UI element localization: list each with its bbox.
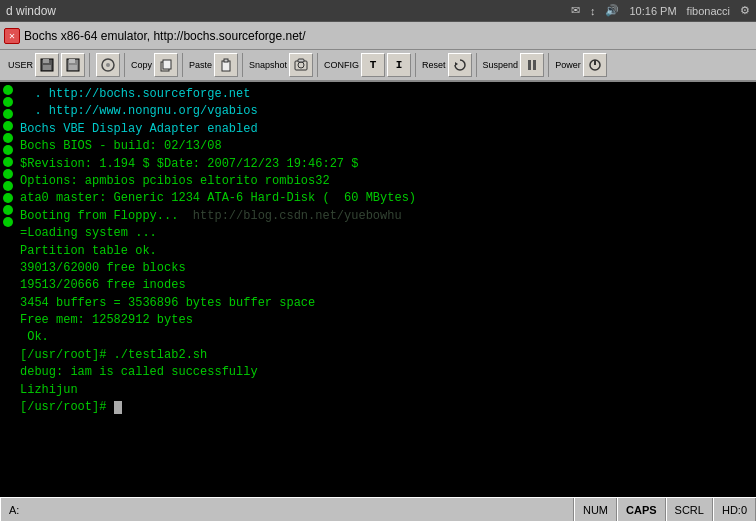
led-7 bbox=[3, 157, 13, 167]
toolbar-config-section: CONFIG T I bbox=[320, 53, 416, 77]
led-5 bbox=[3, 133, 13, 143]
led-8 bbox=[3, 169, 13, 179]
status-num: NUM bbox=[574, 498, 617, 521]
suspend-label: Suspend bbox=[483, 60, 519, 70]
terminal-line: Bochs VBE Display Adapter enabled bbox=[20, 121, 752, 138]
terminal-line: Ok. bbox=[20, 329, 752, 346]
led-12 bbox=[3, 217, 13, 227]
app-title: Bochs x86-64 emulator, http://bochs.sour… bbox=[24, 29, 752, 43]
toolbar-suspend-section: Suspend bbox=[479, 53, 550, 77]
led-6 bbox=[3, 145, 13, 155]
power-button[interactable] bbox=[583, 53, 607, 77]
led-3 bbox=[3, 109, 13, 119]
terminal-line: [/usr/root]# bbox=[20, 399, 752, 416]
toolbar-snapshot-section: Snapshot bbox=[245, 53, 318, 77]
svg-rect-17 bbox=[533, 60, 536, 70]
toolbar-cd-section bbox=[92, 53, 125, 77]
terminal-line: . http://www.nongnu.org/vgabios bbox=[20, 103, 752, 120]
hd-label: HD:0 bbox=[722, 504, 747, 516]
cdrom-button[interactable] bbox=[96, 53, 120, 77]
terminal-line: 39013/62000 free blocks bbox=[20, 260, 752, 277]
led-4 bbox=[3, 121, 13, 131]
led-2 bbox=[3, 97, 13, 107]
reset-button[interactable] bbox=[448, 53, 472, 77]
status-scrl: SCRL bbox=[666, 498, 713, 521]
snapshot-button[interactable] bbox=[289, 53, 313, 77]
svg-rect-11 bbox=[224, 59, 228, 62]
power-label: Power bbox=[555, 60, 581, 70]
paste-label: Paste bbox=[189, 60, 212, 70]
terminal-line: Free mem: 12582912 bytes bbox=[20, 312, 752, 329]
terminal-cursor bbox=[114, 401, 122, 414]
svg-marker-15 bbox=[455, 62, 458, 66]
terminal-line: Bochs BIOS - build: 02/13/08 bbox=[20, 138, 752, 155]
toolbar-user-section: USER bbox=[4, 53, 90, 77]
svg-rect-14 bbox=[298, 59, 304, 62]
toolbar: USER Copy Paste Snapshot CONFIG T bbox=[0, 50, 756, 82]
svg-rect-1 bbox=[43, 59, 49, 63]
svg-point-7 bbox=[106, 63, 110, 67]
svg-rect-2 bbox=[43, 65, 51, 70]
terminal-text: [/usr/root]# bbox=[20, 400, 114, 414]
signal-icon: ↕ bbox=[590, 5, 596, 17]
statusbar: A: NUM CAPS SCRL HD:0 bbox=[0, 497, 756, 521]
led-1 bbox=[3, 85, 13, 95]
copy-button[interactable] bbox=[154, 53, 178, 77]
terminal-line: Options: apmbios pcibios eltorito rombio… bbox=[20, 173, 752, 190]
num-label: NUM bbox=[583, 504, 608, 516]
terminal-text: Booting from Floppy... bbox=[20, 209, 178, 223]
config-i-button[interactable]: I bbox=[387, 53, 411, 77]
terminal-line: $Revision: 1.194 $ $Date: 2007/12/23 19:… bbox=[20, 156, 752, 173]
app-close-button[interactable]: ✕ bbox=[4, 28, 20, 44]
volume-icon: 🔊 bbox=[605, 4, 619, 17]
terminal-watermark: http://blog.csdn.net/yuebowhu bbox=[178, 209, 401, 223]
snapshot-label: Snapshot bbox=[249, 60, 287, 70]
toolbar-power-section: Power bbox=[551, 53, 611, 77]
terminal-line: Booting from Floppy... http://blog.csdn.… bbox=[20, 208, 752, 225]
system-titlebar: d window ✉ ↕ 🔊 10:16 PM fibonacci ⚙ bbox=[0, 0, 756, 22]
paste-button[interactable] bbox=[214, 53, 238, 77]
terminal-line: Lizhijun bbox=[20, 382, 752, 399]
toolbar-copy-section: Copy bbox=[127, 53, 183, 77]
terminal-line: 19513/20666 free inodes bbox=[20, 277, 752, 294]
clock: 10:16 PM bbox=[629, 5, 676, 17]
titlebar-icons: ✉ ↕ 🔊 10:16 PM fibonacci ⚙ bbox=[571, 4, 750, 17]
terminal-line: . http://bochs.sourceforge.net bbox=[20, 86, 752, 103]
terminal-line: =Loading system ... bbox=[20, 225, 752, 242]
terminal-line: 3454 buffers = 3536896 bytes buffer spac… bbox=[20, 295, 752, 312]
terminal-line: ata0 master: Generic 1234 ATA-6 Hard-Dis… bbox=[20, 190, 752, 207]
settings-icon: ⚙ bbox=[740, 4, 750, 17]
led-9 bbox=[3, 181, 13, 191]
status-hd: HD:0 bbox=[713, 498, 756, 521]
copy-label: Copy bbox=[131, 60, 152, 70]
reset-label: Reset bbox=[422, 60, 446, 70]
led-10 bbox=[3, 193, 13, 203]
terminal[interactable]: . http://bochs.sourceforge.net . http://… bbox=[16, 82, 756, 497]
mail-icon: ✉ bbox=[571, 4, 580, 17]
led-11 bbox=[3, 205, 13, 215]
toolbar-paste-section: Paste bbox=[185, 53, 243, 77]
user-label: USER bbox=[8, 60, 33, 70]
scrl-label: SCRL bbox=[675, 504, 704, 516]
floppy-b-button[interactable] bbox=[61, 53, 85, 77]
svg-rect-4 bbox=[69, 59, 75, 63]
status-caps: CAPS bbox=[617, 498, 666, 521]
main-area: . http://bochs.sourceforge.net . http://… bbox=[0, 82, 756, 497]
svg-point-13 bbox=[298, 62, 304, 68]
config-t-button[interactable]: T bbox=[361, 53, 385, 77]
suspend-button[interactable] bbox=[520, 53, 544, 77]
svg-rect-5 bbox=[69, 65, 77, 70]
floppy-a-button[interactable] bbox=[35, 53, 59, 77]
config-label: CONFIG bbox=[324, 60, 359, 70]
terminal-line: Partition table ok. bbox=[20, 243, 752, 260]
status-drive: A: bbox=[0, 498, 574, 521]
toolbar-reset-section: Reset bbox=[418, 53, 477, 77]
app-header: ✕ Bochs x86-64 emulator, http://bochs.so… bbox=[0, 22, 756, 50]
user-label: fibonacci bbox=[687, 5, 730, 17]
svg-rect-16 bbox=[528, 60, 531, 70]
terminal-line: [/usr/root]# ./testlab2.sh bbox=[20, 347, 752, 364]
drive-label: A: bbox=[9, 504, 19, 516]
terminal-line: debug: iam is called successfully bbox=[20, 364, 752, 381]
caps-label: CAPS bbox=[626, 504, 657, 516]
left-sidebar bbox=[0, 82, 16, 497]
